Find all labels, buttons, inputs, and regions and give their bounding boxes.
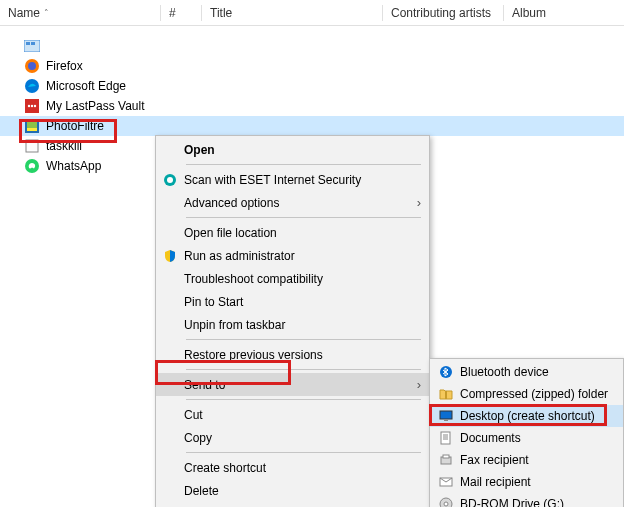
photofiltre-icon bbox=[24, 118, 40, 134]
blank-icon bbox=[160, 195, 180, 211]
file-name: PhotoFiltre bbox=[46, 119, 104, 133]
svg-rect-12 bbox=[27, 128, 37, 131]
menu-rename[interactable]: Rename bbox=[156, 502, 429, 507]
blank-icon bbox=[160, 483, 180, 499]
svg-point-17 bbox=[167, 177, 173, 183]
submenu-compressed[interactable]: Compressed (zipped) folder bbox=[430, 383, 623, 405]
menu-restore-versions[interactable]: Restore previous versions bbox=[156, 343, 429, 366]
menu-scan-eset[interactable]: Scan with ESET Internet Security bbox=[156, 168, 429, 191]
svg-rect-14 bbox=[26, 140, 38, 143]
submenu-documents[interactable]: Documents bbox=[430, 427, 623, 449]
svg-rect-20 bbox=[440, 411, 452, 419]
list-item-selected[interactable]: PhotoFiltre bbox=[0, 116, 624, 136]
zip-folder-icon bbox=[436, 386, 456, 402]
svg-point-9 bbox=[34, 105, 36, 107]
blank-icon bbox=[160, 317, 180, 333]
list-item[interactable]: Firefox bbox=[0, 56, 624, 76]
sort-asc-icon: ˄ bbox=[44, 8, 49, 18]
sendto-submenu: Bluetooth device Compressed (zipped) fol… bbox=[429, 358, 624, 507]
lastpass-icon bbox=[24, 98, 40, 114]
column-name[interactable]: Name ˄ bbox=[0, 2, 160, 24]
file-name: Microsoft Edge bbox=[46, 79, 126, 93]
context-menu: Open Scan with ESET Internet Security Ad… bbox=[155, 135, 430, 507]
menu-open[interactable]: Open bbox=[156, 138, 429, 161]
blank-icon bbox=[160, 271, 180, 287]
chevron-right-icon: › bbox=[417, 377, 421, 392]
submenu-desktop-shortcut[interactable]: Desktop (create shortcut) bbox=[430, 405, 623, 427]
svg-rect-27 bbox=[443, 455, 449, 458]
menu-open-location[interactable]: Open file location bbox=[156, 221, 429, 244]
list-item[interactable]: My LastPass Vault bbox=[0, 96, 624, 116]
menu-troubleshoot[interactable]: Troubleshoot compatibility bbox=[156, 267, 429, 290]
file-name: WhatsApp bbox=[46, 159, 101, 173]
file-name: taskkill bbox=[46, 139, 82, 153]
svg-point-7 bbox=[28, 105, 30, 107]
column-artists[interactable]: Contributing artists bbox=[383, 2, 503, 24]
list-item[interactable]: Microsoft Edge bbox=[0, 76, 624, 96]
fax-icon bbox=[436, 452, 456, 468]
svg-point-8 bbox=[31, 105, 33, 107]
firefox-icon bbox=[24, 58, 40, 74]
svg-rect-11 bbox=[27, 121, 37, 128]
desktop-icon bbox=[436, 408, 456, 424]
eset-icon bbox=[160, 172, 180, 188]
menu-run-admin[interactable]: Run as administrator bbox=[156, 244, 429, 267]
chevron-right-icon: › bbox=[417, 195, 421, 210]
svg-rect-2 bbox=[31, 42, 35, 45]
taskkill-icon bbox=[24, 138, 40, 154]
menu-separator bbox=[186, 399, 421, 400]
mail-icon bbox=[436, 474, 456, 490]
disc-drive-icon bbox=[436, 496, 456, 507]
blank-icon bbox=[160, 377, 180, 393]
svg-rect-21 bbox=[444, 419, 448, 421]
menu-separator bbox=[186, 217, 421, 218]
whatsapp-icon bbox=[24, 158, 40, 174]
blank-icon bbox=[160, 407, 180, 423]
edge-icon bbox=[24, 78, 40, 94]
column-title[interactable]: Title bbox=[202, 2, 382, 24]
blank-icon bbox=[160, 347, 180, 363]
submenu-bluetooth[interactable]: Bluetooth device bbox=[430, 361, 623, 383]
menu-separator bbox=[186, 164, 421, 165]
submenu-bdrom[interactable]: BD-ROM Drive (G:) bbox=[430, 493, 623, 507]
svg-rect-0 bbox=[24, 40, 40, 52]
blank-icon bbox=[160, 294, 180, 310]
svg-point-4 bbox=[28, 62, 36, 70]
file-name: Firefox bbox=[46, 59, 83, 73]
submenu-fax[interactable]: Fax recipient bbox=[430, 449, 623, 471]
shield-icon bbox=[160, 248, 180, 264]
file-name: My LastPass Vault bbox=[46, 99, 144, 113]
column-album[interactable]: Album bbox=[504, 2, 624, 24]
menu-cut[interactable]: Cut bbox=[156, 403, 429, 426]
menu-delete[interactable]: Delete bbox=[156, 479, 429, 502]
menu-send-to[interactable]: Send to › bbox=[156, 373, 429, 396]
blank-icon bbox=[160, 225, 180, 241]
bluetooth-icon bbox=[436, 364, 456, 380]
file-list-header: Name ˄ # Title Contributing artists Albu… bbox=[0, 0, 624, 26]
blank-icon bbox=[160, 430, 180, 446]
menu-advanced-options[interactable]: Advanced options › bbox=[156, 191, 429, 214]
apps-icon bbox=[24, 38, 40, 54]
menu-pin-start[interactable]: Pin to Start bbox=[156, 290, 429, 313]
svg-point-30 bbox=[444, 502, 448, 506]
svg-rect-19 bbox=[445, 391, 447, 399]
menu-copy[interactable]: Copy bbox=[156, 426, 429, 449]
menu-separator bbox=[186, 452, 421, 453]
menu-unpin-taskbar[interactable]: Unpin from taskbar bbox=[156, 313, 429, 336]
list-item[interactable] bbox=[0, 36, 624, 56]
blank-icon bbox=[160, 460, 180, 476]
column-number[interactable]: # bbox=[161, 2, 201, 24]
svg-rect-22 bbox=[441, 432, 450, 444]
column-name-label: Name bbox=[8, 6, 40, 20]
submenu-mail[interactable]: Mail recipient bbox=[430, 471, 623, 493]
menu-separator bbox=[186, 339, 421, 340]
svg-rect-1 bbox=[26, 42, 30, 45]
documents-icon bbox=[436, 430, 456, 446]
blank-icon bbox=[160, 142, 180, 158]
menu-separator bbox=[186, 369, 421, 370]
menu-create-shortcut[interactable]: Create shortcut bbox=[156, 456, 429, 479]
